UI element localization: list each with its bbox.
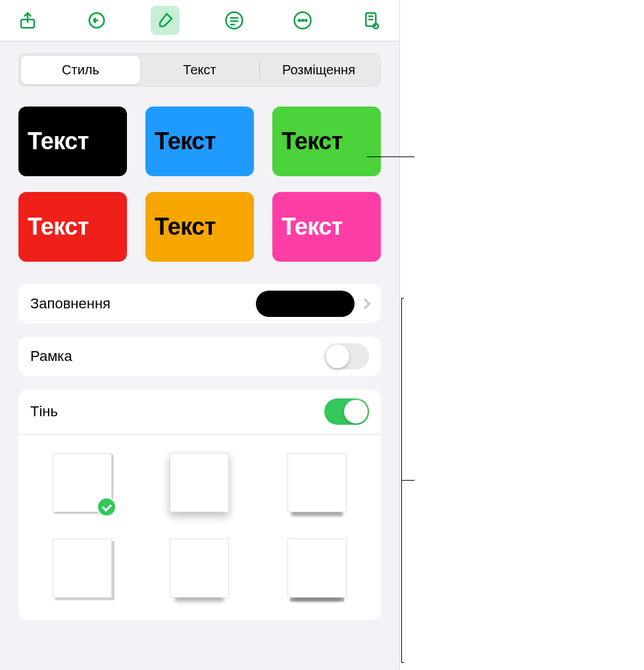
undo-button[interactable] bbox=[82, 6, 111, 35]
shadow-options-grid bbox=[18, 435, 381, 620]
shadow-option-5[interactable] bbox=[287, 538, 347, 598]
fill-color-swatch bbox=[256, 291, 355, 317]
callout-line bbox=[367, 156, 414, 157]
callout-line bbox=[401, 662, 404, 663]
ellipsis-icon bbox=[293, 11, 312, 30]
svg-point-6 bbox=[305, 20, 307, 22]
top-toolbar bbox=[0, 0, 399, 41]
checkmark-icon bbox=[97, 497, 116, 517]
lines-icon bbox=[224, 11, 244, 30]
brush-icon bbox=[155, 11, 175, 30]
chevron-right-icon bbox=[360, 299, 371, 310]
view-options-button[interactable] bbox=[357, 6, 386, 35]
fill-label: Заповнення bbox=[30, 295, 256, 312]
shadow-option-1[interactable] bbox=[170, 453, 229, 512]
style-presets-grid: ТекстТекстТекстТекстТекстТекст bbox=[18, 107, 381, 262]
shadow-option-3[interactable] bbox=[53, 538, 112, 598]
style-preset-3[interactable]: Текст bbox=[18, 192, 127, 262]
shadow-option-0[interactable] bbox=[53, 453, 112, 512]
style-preset-0[interactable]: Текст bbox=[18, 107, 127, 176]
document-eye-icon bbox=[362, 11, 382, 30]
style-preset-4[interactable]: Текст bbox=[145, 192, 254, 262]
border-row: Рамка bbox=[18, 337, 381, 376]
border-toggle[interactable] bbox=[324, 343, 369, 370]
undo-icon bbox=[87, 11, 107, 30]
shadow-label: Тінь bbox=[30, 403, 324, 420]
style-preset-2[interactable]: Текст bbox=[272, 107, 381, 176]
callout-line bbox=[401, 480, 414, 481]
border-label: Рамка bbox=[30, 348, 324, 365]
tab-text[interactable]: Текст bbox=[140, 56, 259, 84]
tab-style[interactable]: Стиль bbox=[21, 56, 140, 84]
shadow-section: Тінь bbox=[18, 389, 381, 620]
shadow-option-2[interactable] bbox=[287, 453, 347, 512]
share-icon bbox=[18, 11, 37, 30]
more-button[interactable] bbox=[288, 6, 317, 35]
svg-point-5 bbox=[302, 20, 304, 22]
tab-layout[interactable]: Розміщення bbox=[259, 56, 378, 84]
format-tabs: Стиль Текст Розміщення bbox=[18, 53, 381, 87]
style-preset-1[interactable]: Текст bbox=[145, 107, 254, 176]
fill-row[interactable]: Заповнення bbox=[18, 284, 381, 323]
style-preset-5[interactable]: Текст bbox=[272, 192, 381, 262]
share-button[interactable] bbox=[13, 6, 42, 35]
format-button[interactable] bbox=[151, 6, 180, 35]
shadow-option-4[interactable] bbox=[170, 538, 229, 598]
callout-line bbox=[401, 298, 404, 299]
shadow-toggle[interactable] bbox=[324, 398, 369, 425]
svg-point-4 bbox=[299, 20, 301, 22]
text-format-button[interactable] bbox=[220, 6, 249, 35]
